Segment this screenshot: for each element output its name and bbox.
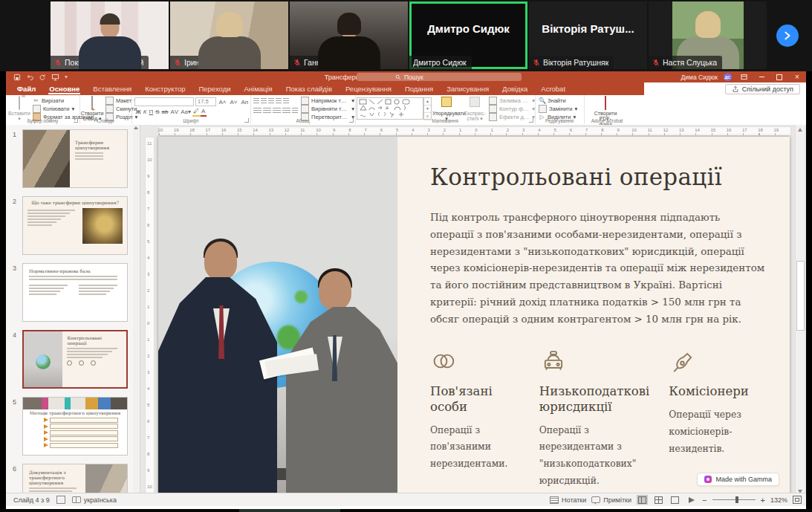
clear-format-button[interactable]: Ап [240, 98, 250, 106]
grow-font-button[interactable]: А˄ [218, 98, 227, 106]
underline-button[interactable]: П [148, 108, 155, 116]
columns-button[interactable] [292, 108, 298, 114]
user-avatar[interactable]: ДС [724, 73, 732, 81]
slide-thumbnail-3[interactable]: Нормативно-правова база [22, 263, 128, 322]
search-box[interactable]: Пошук [357, 73, 522, 81]
muted-mic-icon [293, 59, 301, 67]
scroll-up-arrow[interactable] [798, 128, 802, 132]
ribbon-tab[interactable]: Анімація [238, 82, 279, 95]
ribbon-tab[interactable]: Показ слайдів [279, 82, 339, 95]
align-center-button[interactable] [263, 108, 271, 114]
zoom-out-button[interactable]: − [702, 496, 707, 504]
slide-thumbnail-4[interactable]: Контрольовані операції [22, 330, 128, 389]
decrease-indent-button[interactable] [268, 98, 274, 105]
text-direction-button[interactable]: Напрямок тексту▾ [301, 97, 354, 104]
qat-customize-icon[interactable]: ▾ [65, 74, 68, 80]
thumbnails-scrollbar[interactable] [133, 125, 139, 496]
numbering-button[interactable] [261, 98, 267, 105]
undo-icon[interactable] [26, 74, 33, 81]
close-button[interactable]: × [791, 72, 803, 82]
increase-indent-button[interactable] [276, 98, 282, 105]
participant-tile[interactable]: Настя Слуцька [649, 1, 767, 69]
shape-outline-button[interactable]: Контур фігури▾ [489, 105, 535, 112]
ribbon-tab[interactable]: Вставлення [86, 82, 138, 95]
slideshow-icon[interactable] [51, 74, 59, 81]
line-spacing-button[interactable] [283, 98, 289, 105]
align-text-button[interactable]: Вирівняти текст▾ [301, 105, 354, 112]
acrobat-group: Створити PDF-файл Adobe Acrobat [584, 95, 630, 124]
align-right-button[interactable] [273, 108, 281, 114]
ribbon-tab[interactable]: Основне [42, 82, 86, 95]
zoom-percentage[interactable]: 132% [770, 496, 787, 504]
drawing-dialog-launcher[interactable] [529, 118, 533, 123]
paragraph-dialog-launcher[interactable] [349, 118, 354, 123]
participant-tile[interactable]: Вікторія Ратуш...Вікторія Ратушняк [529, 1, 647, 69]
slide[interactable]: Контрольовані операції Під контроль тран… [158, 137, 790, 494]
save-icon[interactable] [13, 74, 21, 81]
participant-tile[interactable]: Ірина Гладій [170, 1, 288, 69]
zoom-slider-thumb[interactable] [735, 496, 738, 503]
participant-tile[interactable]: Ганна Даценко [290, 1, 408, 69]
shadow-button[interactable]: ab [160, 108, 169, 116]
redo-icon[interactable] [39, 74, 46, 81]
slideshow-view-button[interactable] [686, 495, 697, 505]
normal-view-button[interactable] [637, 495, 648, 505]
shapes-gallery[interactable] [357, 97, 423, 120]
participant-tile[interactable]: Покиньчереда Віталій [51, 1, 169, 69]
replace-button[interactable]: Замінити ▾ [539, 105, 577, 112]
vertical-scrollbar[interactable] [795, 125, 805, 496]
font-name-combo[interactable] [134, 97, 194, 106]
slide-thumbnail-5[interactable]: Методи трансфертного ціноутворення [22, 397, 128, 456]
ribbon-tab[interactable]: Конструктор [138, 82, 192, 95]
ribbon-tab[interactable]: Acrobat [534, 82, 572, 95]
ribbon-tab[interactable]: Подання [398, 82, 440, 95]
bold-button[interactable]: Ж [134, 108, 142, 116]
participant-center-name: Дмитро Сидюк [409, 22, 527, 35]
language-status[interactable]: українська [72, 496, 117, 504]
notes-button[interactable]: Нотатки [550, 496, 586, 504]
made-with-gamma-badge[interactable]: Made with Gamma [697, 473, 779, 486]
slide-sorter-view-button[interactable] [653, 495, 664, 505]
fit-to-window-button[interactable] [793, 496, 802, 504]
participant-tile[interactable]: Дмитро СидюкДмитро Сидюк [409, 1, 527, 69]
font-color-button[interactable]: А [201, 107, 207, 117]
next-participants-button[interactable] [776, 25, 799, 47]
slide-thumbnail-1[interactable]: Трансферне ціноутворення [22, 129, 128, 188]
zoom-slider[interactable] [712, 499, 756, 500]
comments-button[interactable]: Примітки [591, 496, 631, 504]
user-name[interactable]: Дима Сидюк [681, 74, 718, 81]
font-dialog-launcher[interactable] [244, 118, 249, 123]
column-heading: Комісіонери [669, 384, 759, 400]
clipboard-dialog-launcher[interactable] [74, 118, 78, 123]
align-left-button[interactable] [253, 108, 262, 114]
participant-center-name: Вікторія Ратуш... [529, 22, 647, 35]
restore-button[interactable] [773, 72, 785, 82]
font-size-combo[interactable]: 17,5 [195, 97, 216, 106]
shrink-font-button[interactable]: А˅ [229, 98, 238, 106]
share-button[interactable]: Спільний доступ [725, 84, 800, 94]
ribbon-tab[interactable]: Файл [10, 82, 42, 95]
scrollbar-thumb[interactable] [796, 261, 805, 331]
reading-view-button[interactable] [669, 495, 681, 505]
highlight-color-button[interactable]: 🖊 [192, 107, 201, 117]
change-case-button[interactable]: Аа▾ [180, 108, 192, 116]
strikethrough-button[interactable]: S [155, 108, 160, 116]
copy-icon [33, 105, 41, 113]
shape-fill-button[interactable]: Заливка фігури▾ [489, 97, 535, 104]
shapes-gallery-scroll[interactable]: ▲▼≡ [423, 97, 432, 120]
ribbon-tab[interactable]: Довідка [496, 82, 534, 95]
accessibility-icon[interactable] [56, 496, 65, 504]
ribbon-tab[interactable]: Записування [440, 82, 496, 95]
bullets-button[interactable] [253, 98, 259, 105]
find-button[interactable]: 🔍Знайти [539, 97, 577, 104]
ribbon-tab[interactable]: Рецензування [339, 82, 398, 95]
slide-thumbnail-2[interactable]: Що таке трансферне ціноутворення? [22, 196, 128, 255]
ribbon-display-options-button[interactable] [738, 72, 750, 82]
ribbon-tab[interactable]: Переходи [192, 82, 237, 95]
slide-thumbnail-6[interactable]: Документація з трансфертного ціноутворен… [22, 464, 128, 496]
zoom-in-button[interactable]: + [761, 496, 765, 504]
minimize-button[interactable] [756, 72, 767, 82]
justify-button[interactable] [282, 108, 290, 114]
italic-button[interactable]: К [142, 108, 148, 116]
char-spacing-button[interactable]: АV [169, 108, 180, 116]
